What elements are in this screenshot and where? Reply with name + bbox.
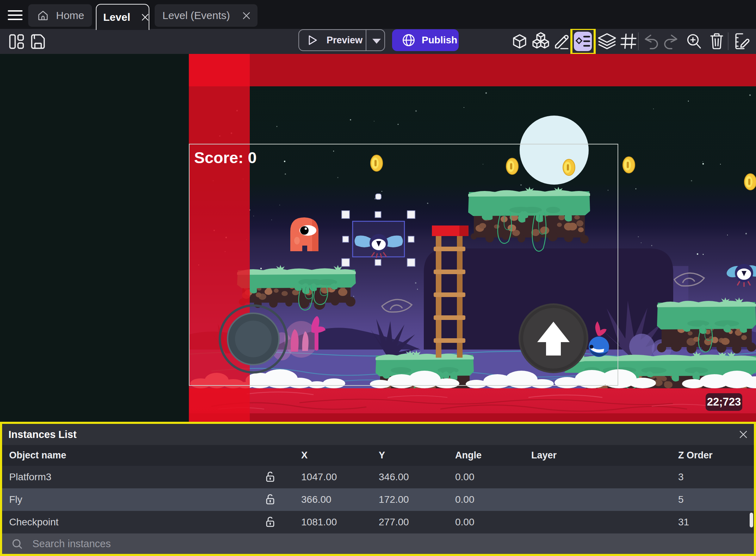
svg-text:Score: 0: Score: 0 <box>194 149 257 167</box>
svg-text:22;723: 22;723 <box>707 396 741 408</box>
